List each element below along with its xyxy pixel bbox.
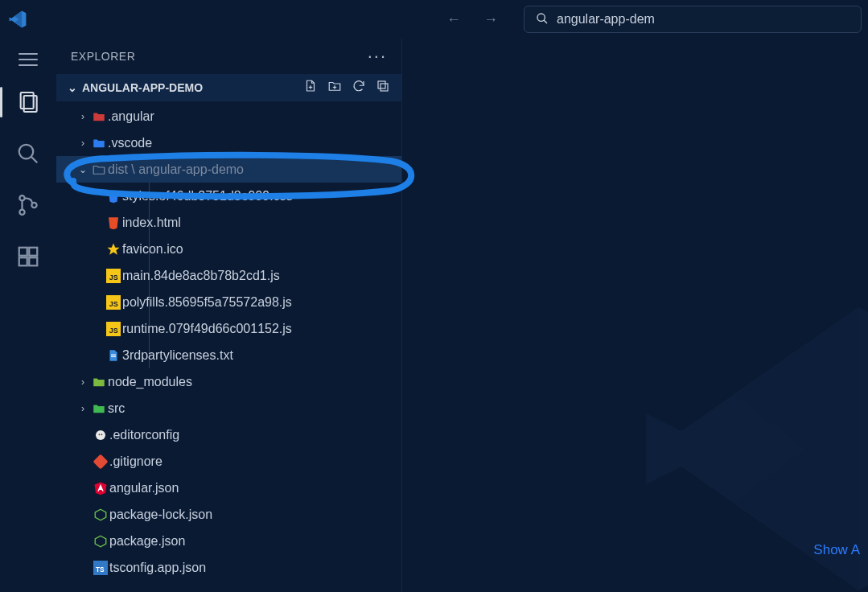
ts-file-icon: TS [92,561,109,575]
activity-source-control[interactable] [8,185,48,225]
nav-back-button[interactable]: ← [440,8,467,31]
text-file-icon [105,348,122,363]
svg-rect-9 [19,248,27,256]
svg-rect-27 [111,356,116,356]
tree-folder-angular[interactable]: › .angular [56,103,401,130]
svg-rect-12 [29,248,37,256]
tree-label: package.json [109,534,185,549]
tree-label: tsconfig.app.json [109,561,206,575]
folder-icon [90,375,108,389]
svg-rect-17 [378,81,385,88]
tree-label: .angular [108,109,154,124]
svg-marker-34 [95,536,106,547]
explorer-more-icon[interactable]: ··· [368,46,387,67]
svg-text:JS: JS [109,326,118,334]
file-tree: › .angular › .vscode ⌄ dist \ angular-ap… [56,101,401,592]
tree-label: runtime.079f49d66c001152.js [122,322,292,336]
tree-folder-dist[interactable]: ⌄ dist \ angular-app-demo [56,156,401,183]
tree-file-styles[interactable]: styles.ef46db3751d8e999.css [56,183,401,209]
angular-file-icon [92,481,109,495]
tree-file-tsconfig-app[interactable]: TS tsconfig.app.json [56,554,401,581]
tree-label: .editorconfig [109,428,179,442]
svg-point-30 [101,434,103,435]
svg-line-5 [31,157,38,163]
nav-forward-button[interactable]: → [477,8,504,31]
tree-file-licenses[interactable]: 3rdpartylicenses.txt [56,342,401,368]
svg-marker-19 [108,243,120,254]
project-header[interactable]: ⌄ ANGULAR-APP-DEMO [56,74,401,101]
svg-rect-31 [93,454,108,469]
svg-marker-33 [95,509,106,520]
svg-point-4 [19,145,34,159]
svg-text:JS: JS [109,273,118,281]
new-folder-icon[interactable] [327,79,342,97]
chevron-down-icon: ⌄ [68,81,77,94]
chevron-right-icon: › [76,138,90,149]
activity-extensions[interactable] [8,236,48,277]
tree-folder-src[interactable]: › src [56,395,401,421]
node-file-icon [92,534,109,549]
js-file-icon: JS [105,295,122,310]
svg-point-29 [99,434,101,435]
svg-point-6 [19,195,24,200]
tree-file-gitignore[interactable]: .gitignore [56,448,401,475]
favicon-file-icon [105,242,122,257]
tree-label: package-lock.json [109,508,212,522]
tree-label: main.84de8ac8b78b2cd1.js [122,269,280,283]
tree-file-main[interactable]: JS main.84de8ac8b78b2cd1.js [56,262,401,289]
new-file-icon[interactable] [303,79,318,97]
svg-rect-11 [29,257,37,265]
svg-rect-26 [111,354,116,355]
tree-file-polyfills[interactable]: JS polyfills.85695f5a75572a98.js [56,289,401,315]
refresh-icon[interactable] [352,79,366,97]
tree-folder-node-modules[interactable]: › node_modules [56,368,401,395]
svg-text:JS: JS [109,299,118,307]
chevron-right-icon: › [76,403,90,414]
search-icon [536,12,549,27]
chevron-right-icon: › [76,111,90,122]
tree-folder-vscode[interactable]: › .vscode [56,130,401,156]
explorer-sidebar: EXPLORER ··· ⌄ ANGULAR-APP-DEMO › .angul… [56,39,402,592]
menu-button[interactable] [14,48,43,71]
command-center-search[interactable]: angular-app-dem [524,6,862,33]
svg-point-28 [96,430,105,440]
tree-file-index[interactable]: index.html [56,209,401,236]
tree-label: index.html [122,216,181,230]
tree-label: angular.json [109,481,179,495]
folder-icon [90,136,108,150]
activity-search[interactable] [8,134,48,174]
explorer-title: EXPLORER [71,50,135,63]
svg-text:TS: TS [96,565,105,573]
folder-icon [90,109,108,124]
tree-file-editorconfig[interactable]: .editorconfig [56,421,401,448]
tree-label: 3rdpartylicenses.txt [122,348,233,363]
editorconfig-file-icon [92,428,109,442]
tree-label: .gitignore [109,454,162,469]
chevron-right-icon: › [76,376,90,388]
svg-point-8 [31,203,36,208]
tree-file-angular-json[interactable]: angular.json [56,475,401,501]
tree-file-package-json[interactable]: package.json [56,528,401,554]
tree-label: node_modules [108,375,192,389]
tree-file-package-lock[interactable]: package-lock.json [56,501,401,528]
tree-label: src [108,401,125,416]
node-file-icon [92,508,109,522]
tree-file-runtime[interactable]: JS runtime.079f49d66c001152.js [56,315,401,342]
js-file-icon: JS [105,269,122,283]
html-file-icon [105,216,122,230]
vscode-logo-icon [6,8,29,31]
activity-bar [0,39,56,592]
search-text: angular-app-dem [557,12,655,27]
show-all-link[interactable]: Show A [813,542,860,558]
svg-point-0 [537,14,545,21]
chevron-down-icon: ⌄ [76,164,90,175]
tree-label: styles.ef46db3751d8e999.css [122,189,293,204]
svg-line-1 [544,20,547,23]
folder-icon [90,401,108,416]
js-file-icon: JS [105,322,122,336]
tree-label: polyfills.85695f5a75572a98.js [122,295,292,310]
editor-area: Show A [402,39,868,592]
tree-file-favicon[interactable]: favicon.ico [56,236,401,262]
activity-explorer[interactable] [8,82,48,122]
collapse-all-icon[interactable] [376,79,390,97]
